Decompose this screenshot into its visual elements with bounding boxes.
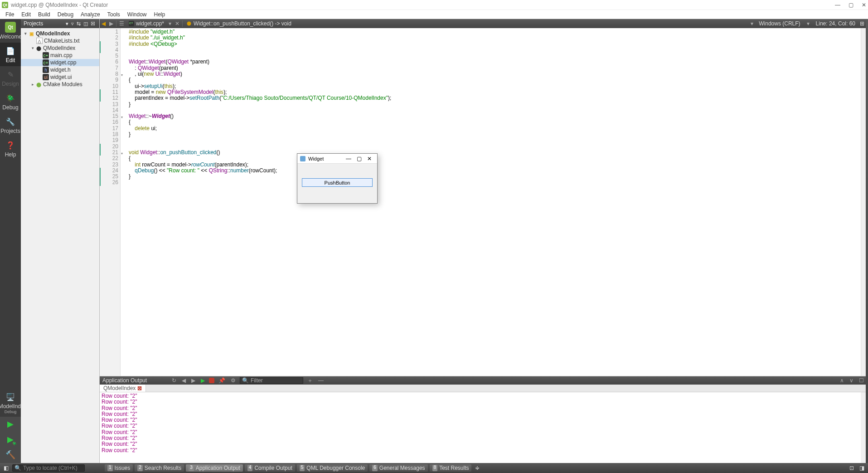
status-tab-general[interactable]: 6General Messages [369, 464, 427, 472]
encoding-dropdown-icon[interactable]: ▾ [805, 20, 811, 27]
run-icon[interactable]: ▶ [5, 419, 16, 429]
mode-edit[interactable]: 📄Edit [0, 43, 21, 66]
menu-edit[interactable]: Edit [18, 11, 34, 18]
split-icon[interactable]: ◫ [82, 21, 89, 27]
menu-debug[interactable]: Debug [54, 11, 77, 18]
link-icon[interactable]: ⇆ [75, 21, 82, 27]
window-close-icon[interactable]: ✕ [862, 2, 866, 8]
status-more-icon[interactable]: ≑ [473, 465, 481, 471]
output-toolbar: Application Output ↻ ◀ ▶ ▶ 📌 ⚙ 🔍Filter ＋… [100, 376, 868, 385]
app-title: widget.cpp @ QModelIndex - Qt Creator [11, 2, 835, 8]
wrench-icon: 🔧 [5, 116, 16, 127]
projects-sidebar: Projects ▾ ▿ ⇆ ◫ ☒ ▾▣QModelIndex △CMakeL… [21, 19, 100, 463]
cpp-file-icon: c+ [129, 21, 134, 26]
output-body[interactable]: Row count: "2"Row count: "2"Row count: "… [100, 392, 868, 463]
push-button[interactable]: PushButton [302, 178, 373, 187]
tree-file-main[interactable]: c+main.cpp [21, 52, 99, 59]
target-icon: ⬤ [35, 45, 42, 51]
mode-help[interactable]: ❓Help [0, 137, 21, 161]
ui-file-icon: ui [43, 74, 49, 80]
bookmark-icon[interactable]: ☰ [117, 20, 126, 27]
symbol-crumb[interactable]: Widget::on_pushButton_clicked() -> void [184, 19, 749, 28]
progress-icon[interactable]: ⊡ [848, 465, 856, 471]
add-icon[interactable]: ＋ [306, 377, 314, 385]
window-maximize-icon[interactable]: ▢ [849, 2, 853, 8]
scroll-down-icon[interactable]: ∨ [848, 377, 855, 384]
running-app-dialog: Widget — ▢ ✕ PushButton [297, 153, 378, 204]
nav-forward-icon[interactable]: ▶ [107, 20, 115, 27]
output-title: Application Output [102, 377, 147, 384]
dialog-titlebar[interactable]: Widget — ▢ ✕ [297, 154, 377, 164]
attach-icon[interactable]: 📌 [217, 377, 227, 384]
toggle-left-icon[interactable]: ◧ [2, 465, 10, 471]
status-tab-qml[interactable]: 5QML Debugger Console [297, 464, 368, 472]
menu-analyze[interactable]: Analyze [77, 11, 104, 18]
stop-icon[interactable] [209, 378, 214, 383]
crumb-dropdown-icon[interactable]: ▾ [749, 20, 755, 27]
output-tab-qmodelindex[interactable]: QModelIndex⊠ [100, 385, 146, 392]
tree-file-widget-cpp[interactable]: c+widget.cpp [21, 59, 99, 66]
status-tab-compile[interactable]: 4Compile Output [245, 464, 295, 472]
h-file-icon: h [43, 67, 49, 73]
tab-dropdown-icon[interactable]: ▾ [167, 20, 173, 27]
tree-root[interactable]: ▾▣QModelIndex [21, 30, 99, 37]
mode-debug[interactable]: 🪲Debug [0, 90, 21, 113]
search-icon: 🔍 [15, 465, 21, 471]
menu-file[interactable]: File [2, 11, 18, 18]
cpp-file-icon: c+ [43, 52, 49, 59]
output-panel: Application Output ↻ ◀ ▶ ▶ 📌 ⚙ 🔍Filter ＋… [100, 376, 868, 463]
tree-cmakelists[interactable]: △CMakeLists.txt [21, 37, 99, 44]
toggle-right-icon[interactable]: ◨ [858, 465, 866, 471]
menubar: File Edit Build Debug Analyze Tools Wind… [0, 10, 868, 19]
tree-file-widget-ui[interactable]: uiwidget.ui [21, 73, 99, 81]
run-output-icon[interactable]: ▶ [199, 377, 206, 384]
function-icon [186, 21, 192, 26]
dialog-title: Widget [308, 156, 343, 161]
dialog-maximize-icon[interactable]: ▢ [354, 156, 364, 162]
locator-input[interactable]: 🔍Type to locate (Ctrl+K) [12, 464, 85, 472]
kit-selector[interactable]: 🖥️QModelIndexDebug [0, 389, 21, 417]
sidebar-dropdown-icon[interactable]: ▾ [64, 21, 70, 27]
encoding-label[interactable]: Windows (CRLF) [759, 20, 800, 27]
menu-help[interactable]: Help [150, 11, 169, 18]
status-tab-issues[interactable]: 1Issues [105, 464, 133, 472]
rerun-icon[interactable]: ↻ [170, 377, 178, 384]
menu-build[interactable]: Build [34, 11, 54, 18]
editor-file-tab[interactable]: c+ widget.cpp* [126, 19, 167, 28]
gear-icon[interactable]: ⚙ [229, 377, 237, 384]
split-editor-icon[interactable]: ⊞ [860, 20, 864, 27]
output-filter-input[interactable]: 🔍Filter [240, 377, 303, 384]
next-icon[interactable]: ▶ [190, 377, 197, 384]
tab-close-icon[interactable]: ✕ [173, 20, 181, 27]
nav-back-icon[interactable]: ◀ [100, 20, 107, 27]
filter-icon[interactable]: ▿ [70, 21, 75, 27]
menu-tools[interactable]: Tools [104, 11, 124, 18]
debug-run-icon[interactable]: ▶🪲 [5, 434, 16, 445]
mode-design[interactable]: ✎Design [0, 66, 21, 90]
close-panel-icon[interactable]: ☒ [89, 21, 97, 27]
svg-point-0 [187, 22, 191, 26]
status-tab-test[interactable]: 8Test Results [430, 464, 472, 472]
code-editor[interactable]: 12345678▾9101112131415▾161718192021▾2223… [100, 28, 868, 376]
mode-welcome[interactable]: QtWelcome [0, 19, 21, 43]
window-minimize-icon[interactable]: — [835, 2, 840, 8]
code-content[interactable]: #include "widget.h"#include "./ui_widget… [121, 28, 861, 376]
mode-projects[interactable]: 🔧Projects [0, 113, 21, 137]
line-gutter: 12345678▾9101112131415▾161718192021▾2223… [100, 28, 121, 376]
project-icon: ▣ [28, 30, 34, 37]
right-sidebar-collapsed[interactable] [866, 19, 868, 463]
build-icon[interactable]: 🔨 [5, 449, 16, 460]
close-output-tab-icon[interactable]: ⊠ [137, 385, 142, 391]
status-tab-search[interactable]: 2Search Results [135, 464, 184, 472]
dialog-close-icon[interactable]: ✕ [364, 156, 374, 162]
tree-file-widget-h[interactable]: hwidget.h [21, 66, 99, 73]
tree-folder[interactable]: ▾⬤QModelIndex [21, 44, 99, 52]
prev-icon[interactable]: ◀ [180, 377, 187, 384]
scroll-up-icon[interactable]: ∧ [839, 377, 845, 384]
menu-window[interactable]: Window [124, 11, 150, 18]
tree-cmake-modules[interactable]: ▸⬤CMake Modules [21, 81, 99, 88]
minus-icon[interactable]: — [317, 377, 325, 384]
dialog-minimize-icon[interactable]: — [343, 156, 354, 162]
maximize-output-icon[interactable]: ☐ [858, 377, 865, 384]
status-tab-app-output[interactable]: 3Application Output [186, 464, 243, 472]
